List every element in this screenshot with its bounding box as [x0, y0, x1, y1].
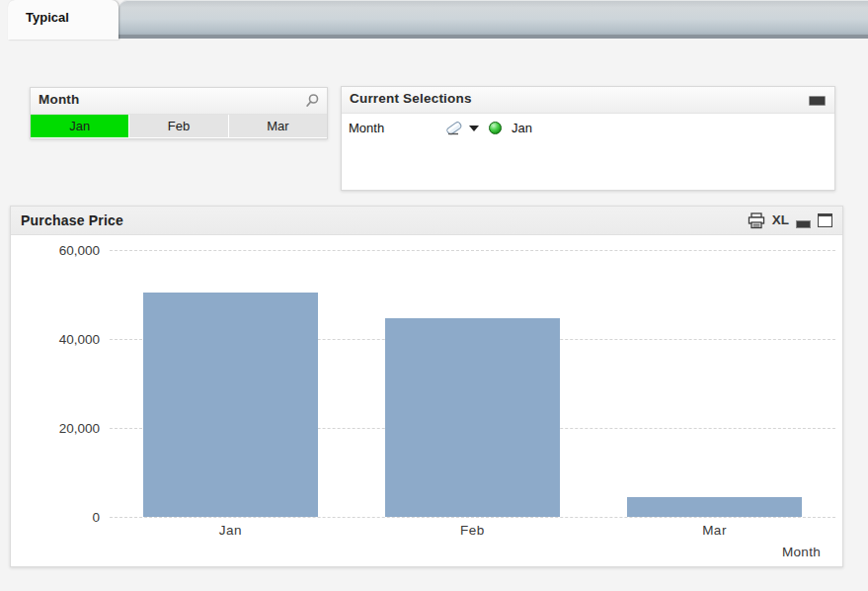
tab-strip-background [118, 0, 868, 39]
month-listbox-caption[interactable]: Month [31, 88, 327, 115]
gridline-60000 [110, 250, 835, 251]
x-tick-label-mar: Mar [702, 523, 727, 538]
minimize-icon[interactable] [796, 220, 811, 228]
excel-export-icon[interactable]: XL [772, 211, 789, 229]
current-selections-caption[interactable]: Current Selections [342, 87, 834, 114]
x-tick-label-jan: Jan [219, 523, 242, 538]
tab-label: Typical [8, 0, 118, 25]
bar-jan[interactable] [143, 293, 318, 517]
selection-value: Jan [512, 121, 532, 135]
current-selections-box: Current Selections Month Jan [341, 86, 835, 191]
selection-dropdown-arrow-icon[interactable] [469, 126, 479, 131]
clear-selection-eraser-icon[interactable] [443, 119, 465, 136]
bar-mar[interactable] [627, 497, 802, 517]
month-listbox-rows: JanFebMar [31, 115, 327, 137]
plot-grid: 020,00040,00060,000 [110, 250, 835, 517]
chart-caption-icons: XL [748, 211, 832, 229]
search-icon[interactable] [304, 93, 320, 109]
month-listbox-title: Month [39, 92, 79, 107]
y-tick-label: 0 [11, 510, 100, 525]
x-axis-title: Month [782, 545, 821, 559]
print-icon[interactable] [748, 212, 765, 229]
gridline-0 [110, 517, 835, 518]
current-selections-row: Month Jan [342, 114, 834, 136]
maximize-icon[interactable] [818, 213, 832, 227]
x-axis-labels: JanFebMar [110, 523, 835, 541]
current-selections-title: Current Selections [350, 91, 472, 106]
selected-state-indicator-icon [489, 122, 502, 134]
app-window: Typical Month JanFebMar Current Selectio… [0, 0, 868, 591]
tab-typical[interactable]: Typical [8, 0, 118, 40]
purchase-price-chart: Purchase Price XL 020,00040,00060,000 [10, 206, 843, 567]
chart-caption[interactable]: Purchase Price XL [11, 207, 842, 235]
month-listbox: Month JanFebMar [30, 87, 328, 139]
chart-plot-area: 020,00040,00060,000 JanFebMar Month [11, 235, 842, 566]
minimize-icon[interactable] [809, 96, 826, 106]
bar-feb[interactable] [385, 318, 560, 517]
listbox-value-feb[interactable]: Feb [129, 115, 227, 137]
y-tick-label: 40,000 [11, 332, 100, 347]
x-tick-label-feb: Feb [460, 523, 485, 538]
listbox-value-mar[interactable]: Mar [229, 115, 327, 137]
y-tick-label: 20,000 [11, 421, 100, 436]
chart-title: Purchase Price [21, 212, 123, 228]
selection-field-name: Month [349, 121, 443, 135]
listbox-value-jan[interactable]: Jan [31, 115, 128, 137]
y-tick-label: 60,000 [11, 243, 100, 258]
